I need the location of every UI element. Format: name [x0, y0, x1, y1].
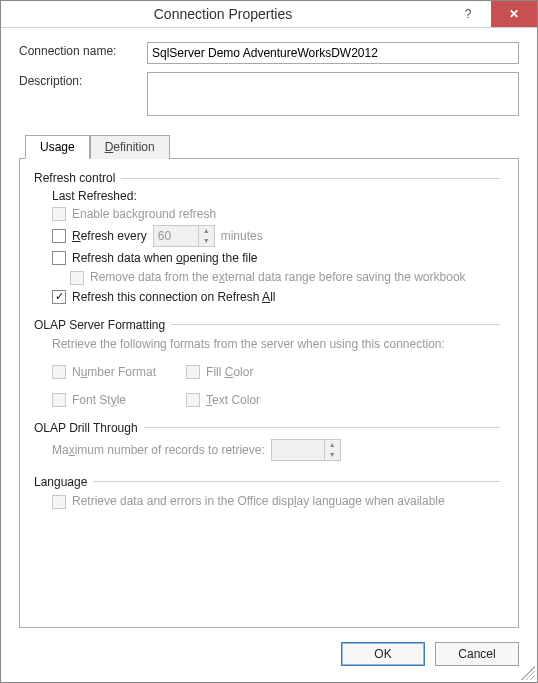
- refresh-every-row: Refresh every 60 ▲▼ minutes: [52, 225, 504, 247]
- font-style-label: Font Style: [72, 393, 126, 407]
- tab-usage[interactable]: Usage: [25, 135, 90, 159]
- connection-name-row: Connection name:: [19, 42, 519, 64]
- tab-definition-label: Definition: [105, 140, 155, 154]
- refresh-every-value: 60: [154, 229, 198, 243]
- refresh-on-open-checkbox[interactable]: [52, 251, 66, 265]
- number-format-row: Number Format: [52, 365, 156, 379]
- refresh-every-spinner: 60 ▲▼: [153, 225, 215, 247]
- refresh-every-label: Refresh every: [72, 229, 147, 243]
- group-language: Language Retrieve data and errors in the…: [34, 475, 504, 514]
- refresh-all-checkbox[interactable]: [52, 290, 66, 304]
- resize-grip-icon[interactable]: [521, 666, 535, 680]
- tabs: Usage Definition Refresh control Last Re…: [19, 134, 519, 628]
- group-olap-formatting-title: OLAP Server Formatting: [34, 318, 504, 332]
- language-retrieve-label: Retrieve data and errors in the Office d…: [72, 493, 504, 510]
- spinner-arrows-icon: ▲▼: [324, 440, 340, 460]
- font-style-checkbox: [52, 393, 66, 407]
- font-style-row: Font Style: [52, 393, 156, 407]
- group-refresh-control-title: Refresh control: [34, 171, 504, 185]
- fill-color-checkbox: [186, 365, 200, 379]
- ok-button[interactable]: OK: [341, 642, 425, 666]
- refresh-on-open-label: Refresh data when opening the file: [72, 251, 257, 265]
- tabstrip: Usage Definition: [19, 135, 519, 159]
- number-format-checkbox: [52, 365, 66, 379]
- tab-usage-label: Usage: [40, 140, 75, 154]
- last-refreshed-row: Last Refreshed:: [52, 189, 504, 203]
- group-language-title: Language: [34, 475, 504, 489]
- connection-properties-dialog: Connection Properties ? ✕ Connection nam…: [0, 0, 538, 683]
- dialog-footer: OK Cancel: [1, 628, 537, 682]
- max-records-row: Maximum number of records to retrieve: ▲…: [34, 439, 504, 461]
- refresh-every-unit: minutes: [221, 229, 263, 243]
- last-refreshed-label: Last Refreshed:: [52, 189, 137, 203]
- group-olap-drill: OLAP Drill Through Maximum number of rec…: [34, 421, 504, 465]
- enable-background-label: Enable background refresh: [72, 207, 216, 221]
- connection-name-input[interactable]: [147, 42, 519, 64]
- close-icon: ✕: [509, 7, 519, 21]
- group-olap-formatting: OLAP Server Formatting Retrieve the foll…: [34, 318, 504, 411]
- description-input[interactable]: [147, 72, 519, 116]
- titlebar: Connection Properties ? ✕: [1, 1, 537, 28]
- text-color-row: Text Color: [186, 393, 260, 407]
- title-buttons: ? ✕: [445, 1, 537, 27]
- enable-background-checkbox: [52, 207, 66, 221]
- tab-definition[interactable]: Definition: [90, 135, 170, 159]
- group-olap-drill-title: OLAP Drill Through: [34, 421, 504, 435]
- refresh-on-open-row: Refresh data when opening the file: [52, 251, 504, 265]
- close-button[interactable]: ✕: [491, 1, 537, 27]
- refresh-all-row: Refresh this connection on Refresh All: [52, 290, 504, 304]
- language-retrieve-checkbox: [52, 495, 66, 509]
- number-format-label: Number Format: [72, 365, 156, 379]
- connection-name-label: Connection name:: [19, 42, 147, 58]
- dialog-body: Connection name: Description: Usage Defi…: [1, 28, 537, 628]
- remove-data-checkbox: [70, 271, 84, 285]
- refresh-all-label: Refresh this connection on Refresh All: [72, 290, 275, 304]
- text-color-label: Text Color: [206, 393, 260, 407]
- remove-data-row: Remove data from the external data range…: [52, 269, 504, 286]
- description-label: Description:: [19, 72, 147, 88]
- window-title: Connection Properties: [1, 6, 445, 22]
- description-row: Description:: [19, 72, 519, 116]
- cancel-button-label: Cancel: [458, 647, 495, 661]
- group-refresh-control: Refresh control Last Refreshed: Enable b…: [34, 171, 504, 308]
- ok-button-label: OK: [374, 647, 391, 661]
- language-retrieve-row: Retrieve data and errors in the Office d…: [34, 493, 504, 510]
- max-records-spinner: ▲▼: [271, 439, 341, 461]
- refresh-every-checkbox[interactable]: [52, 229, 66, 243]
- max-records-label: Maximum number of records to retrieve:: [52, 443, 265, 457]
- help-button[interactable]: ?: [445, 1, 491, 27]
- olap-formatting-subtext: Retrieve the following formats from the …: [34, 336, 504, 353]
- fill-color-row: Fill Color: [186, 365, 260, 379]
- cancel-button[interactable]: Cancel: [435, 642, 519, 666]
- help-icon: ?: [465, 7, 472, 21]
- tab-panel-usage: Refresh control Last Refreshed: Enable b…: [19, 158, 519, 628]
- fill-color-label: Fill Color: [206, 365, 253, 379]
- text-color-checkbox: [186, 393, 200, 407]
- spinner-arrows-icon: ▲▼: [198, 226, 214, 246]
- remove-data-label: Remove data from the external data range…: [90, 269, 504, 286]
- enable-background-row: Enable background refresh: [52, 207, 504, 221]
